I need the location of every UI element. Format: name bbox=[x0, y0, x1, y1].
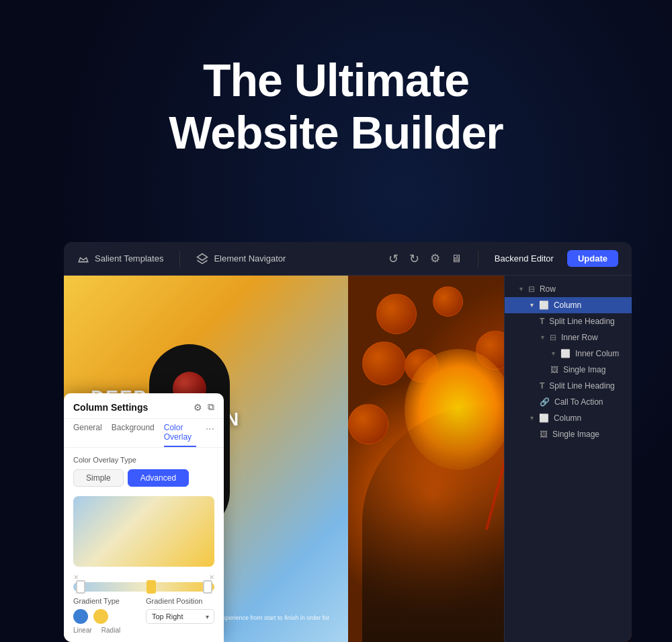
canvas-area: DEEP SPACE EXPLORATION successful busine… bbox=[64, 276, 632, 642]
settings-header: Column Settings ⚙ ⧉ bbox=[64, 393, 224, 419]
inner-row-icon: ⊟ bbox=[550, 333, 556, 342]
gradient-type-label: Gradient Type bbox=[73, 597, 120, 605]
brand-area[interactable]: Salient Templates bbox=[77, 253, 163, 265]
gradient-lower-controls: Gradient Type Linear Radial Gradient Pos… bbox=[73, 597, 214, 634]
tab-general[interactable]: General bbox=[73, 423, 102, 447]
ui-mockup: Salient Templates Element Navigator ↺ ↻ … bbox=[64, 242, 632, 642]
column-2-icon: ⬜ bbox=[539, 413, 549, 423]
svg-marker-0 bbox=[198, 253, 208, 260]
stop-mid[interactable] bbox=[146, 580, 156, 594]
inner-row-label: Inner Row bbox=[561, 333, 598, 342]
nav-item-call-to-action[interactable]: 🔗 Call To Action bbox=[505, 394, 632, 410]
toolbar-divider-2 bbox=[478, 251, 478, 267]
split-heading-1-label: Split Line Heading bbox=[549, 317, 614, 326]
tab-background[interactable]: Background bbox=[112, 423, 155, 447]
image-icon-1: 🖼 bbox=[550, 365, 558, 374]
nav-item-inner-row[interactable]: ▼ ⊟ Inner Row bbox=[505, 329, 632, 346]
update-button[interactable]: Update bbox=[567, 250, 618, 267]
text-icon-1: T bbox=[540, 317, 544, 326]
position-select-wrapper[interactable]: Top Right Top Left Bottom Right Bottom L… bbox=[146, 609, 214, 624]
settings-title: Column Settings bbox=[73, 402, 148, 413]
monitor-icon[interactable]: 🖥 bbox=[451, 253, 462, 265]
settings-panel: Column Settings ⚙ ⧉ General Background C… bbox=[64, 393, 224, 642]
simple-button[interactable]: Simple bbox=[73, 469, 124, 487]
color-dot-blue[interactable] bbox=[73, 609, 88, 624]
row-icon: ⊟ bbox=[528, 284, 535, 294]
gradient-stop-area: ✕ ✕ bbox=[73, 573, 214, 592]
right-panel: ▼ ⊟ Row ▼ ⬜ Column T Split Line Heading bbox=[504, 276, 632, 642]
settings-body: Color Overlay Type Simple Advanced ✕ ✕ bbox=[64, 448, 224, 642]
gradient-type-section: Gradient Type Linear Radial bbox=[73, 597, 120, 634]
stop-right[interactable] bbox=[203, 580, 212, 594]
nav-item-split-heading-1[interactable]: T Split Line Heading bbox=[505, 313, 632, 329]
nav-tree: ▼ ⊟ Row ▼ ⬜ Column T Split Line Heading bbox=[505, 276, 632, 448]
gradient-stop-bar[interactable] bbox=[73, 582, 214, 592]
nav-item-single-image-1[interactable]: 🖼 Single Imag bbox=[505, 362, 632, 378]
cta-label: Call To Action bbox=[554, 397, 603, 407]
settings-icon[interactable]: ⚙ bbox=[430, 251, 440, 266]
nav-label: Element Navigator bbox=[214, 253, 286, 264]
single-image-1-label: Single Imag bbox=[563, 365, 605, 374]
link-icon: 🔗 bbox=[540, 397, 550, 407]
nav-item-split-heading-2[interactable]: T Split Line Heading bbox=[505, 378, 632, 394]
gradient-preview bbox=[73, 496, 214, 567]
crown-icon bbox=[77, 253, 89, 265]
chevron-inner-row: ▼ bbox=[540, 334, 546, 341]
column-label: Column bbox=[554, 300, 581, 310]
brand-label: Salient Templates bbox=[95, 253, 163, 264]
settings-gear-icon[interactable]: ⚙ bbox=[194, 402, 202, 413]
radial-label[interactable]: Radial bbox=[101, 627, 120, 634]
toolbar: Salient Templates Element Navigator ↺ ↻ … bbox=[64, 242, 632, 276]
settings-header-actions: ⚙ ⧉ bbox=[194, 401, 214, 413]
inner-col-icon: ⬜ bbox=[560, 349, 571, 358]
chevron-column-2: ▼ bbox=[529, 415, 535, 422]
layers-icon bbox=[196, 253, 208, 265]
nav-area[interactable]: Element Navigator bbox=[196, 253, 286, 265]
gradient-x-marks: ✕ ✕ bbox=[73, 573, 214, 581]
column-2-label: Column bbox=[554, 413, 581, 423]
stop-left[interactable] bbox=[76, 580, 85, 594]
settings-tabs: General Background Color Overlay ··· bbox=[64, 419, 224, 448]
nav-item-column-2[interactable]: ▼ ⬜ Column bbox=[505, 410, 632, 426]
image-icon-2: 🖼 bbox=[540, 430, 548, 439]
nav-item-inner-column[interactable]: ▼ ⬜ Inner Colum bbox=[505, 346, 632, 362]
color-dot-yellow[interactable] bbox=[93, 609, 108, 624]
undo-icon[interactable]: ↺ bbox=[388, 251, 398, 266]
nav-item-column[interactable]: ▼ ⬜ Column bbox=[505, 297, 632, 313]
toolbar-actions: ↺ ↻ ⚙ 🖥 bbox=[388, 251, 462, 266]
hero-section: The Ultimate Website Builder bbox=[0, 54, 672, 159]
settings-expand-icon[interactable]: ⧉ bbox=[208, 401, 214, 413]
hero-title: The Ultimate Website Builder bbox=[0, 54, 672, 159]
backend-editor-button[interactable]: Backend Editor bbox=[495, 253, 554, 264]
inner-col-label: Inner Colum bbox=[575, 349, 619, 358]
advanced-button[interactable]: Advanced bbox=[128, 469, 189, 487]
chevron-column: ▼ bbox=[529, 302, 535, 309]
toolbar-divider-1 bbox=[179, 251, 180, 267]
tab-more-icon[interactable]: ··· bbox=[206, 423, 214, 447]
overlay-type-buttons: Simple Advanced bbox=[73, 469, 214, 487]
redo-icon[interactable]: ↻ bbox=[409, 251, 419, 266]
gradient-position-section: Gradient Position Top Right Top Left Bot… bbox=[146, 597, 214, 624]
gradient-position-label: Gradient Position bbox=[146, 597, 214, 605]
nav-item-single-image-2[interactable]: 🖼 Single Image bbox=[505, 426, 632, 442]
nav-item-row[interactable]: ▼ ⊟ Row bbox=[505, 281, 632, 297]
gradient-type-names: Linear Radial bbox=[73, 627, 120, 634]
tab-color-overlay[interactable]: Color Overlay bbox=[164, 423, 196, 447]
color-dots bbox=[73, 609, 120, 624]
single-image-2-label: Single Image bbox=[552, 430, 599, 439]
row-label: Row bbox=[540, 284, 556, 294]
chevron-inner-col: ▼ bbox=[550, 350, 556, 357]
chevron-row: ▼ bbox=[518, 286, 524, 292]
column-icon: ⬜ bbox=[539, 300, 549, 310]
overlay-type-label: Color Overlay Type bbox=[73, 456, 214, 464]
position-select[interactable]: Top Right Top Left Bottom Right Bottom L… bbox=[146, 609, 214, 624]
text-icon-2: T bbox=[540, 381, 544, 391]
linear-label[interactable]: Linear bbox=[73, 627, 92, 634]
split-heading-2-label: Split Line Heading bbox=[549, 381, 614, 391]
